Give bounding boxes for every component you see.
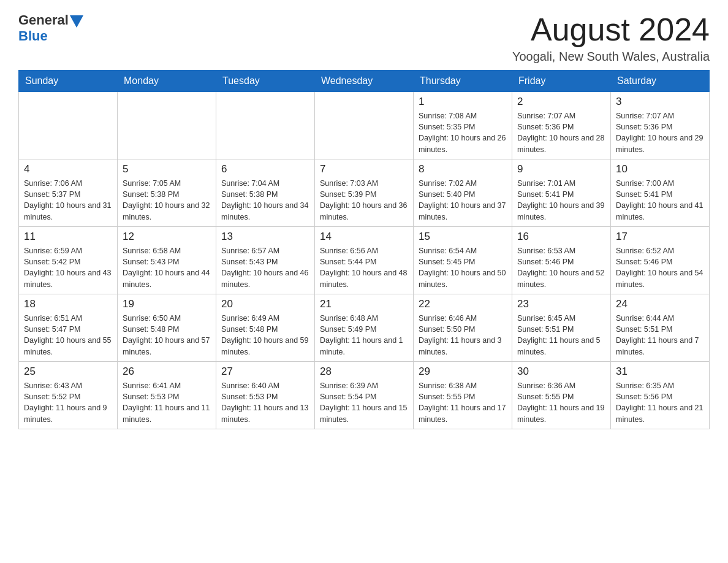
calendar-week-row: 4Sunrise: 7:06 AM Sunset: 5:37 PM Daylig… <box>19 159 710 227</box>
col-wednesday: Wednesday <box>315 71 414 92</box>
day-number: 6 <box>221 163 309 175</box>
day-number: 9 <box>517 163 605 175</box>
day-info: Sunrise: 6:35 AM Sunset: 5:56 PM Dayligh… <box>616 380 704 425</box>
day-info: Sunrise: 6:58 AM Sunset: 5:43 PM Dayligh… <box>123 245 211 290</box>
table-row <box>216 92 315 159</box>
col-friday: Friday <box>512 71 611 92</box>
day-info: Sunrise: 6:53 AM Sunset: 5:46 PM Dayligh… <box>517 245 605 290</box>
day-number: 25 <box>24 366 112 378</box>
table-row: 20Sunrise: 6:49 AM Sunset: 5:48 PM Dayli… <box>216 294 315 362</box>
day-number: 28 <box>320 366 408 378</box>
day-number: 8 <box>419 163 507 175</box>
table-row: 7Sunrise: 7:03 AM Sunset: 5:39 PM Daylig… <box>315 159 414 227</box>
day-info: Sunrise: 6:46 AM Sunset: 5:50 PM Dayligh… <box>419 313 507 358</box>
table-row: 12Sunrise: 6:58 AM Sunset: 5:43 PM Dayli… <box>118 227 216 294</box>
day-info: Sunrise: 6:40 AM Sunset: 5:53 PM Dayligh… <box>221 380 309 425</box>
table-row: 23Sunrise: 6:45 AM Sunset: 5:51 PM Dayli… <box>512 294 611 362</box>
day-number: 17 <box>616 231 704 243</box>
table-row: 29Sunrise: 6:38 AM Sunset: 5:55 PM Dayli… <box>414 362 512 429</box>
table-row: 22Sunrise: 6:46 AM Sunset: 5:50 PM Dayli… <box>414 294 512 362</box>
day-info: Sunrise: 6:54 AM Sunset: 5:45 PM Dayligh… <box>419 245 507 290</box>
day-number: 11 <box>24 231 112 243</box>
day-number: 30 <box>517 366 605 378</box>
calendar-week-row: 25Sunrise: 6:43 AM Sunset: 5:52 PM Dayli… <box>19 362 710 429</box>
table-row: 8Sunrise: 7:02 AM Sunset: 5:40 PM Daylig… <box>414 159 512 227</box>
day-number: 7 <box>320 163 408 175</box>
table-row: 18Sunrise: 6:51 AM Sunset: 5:47 PM Dayli… <box>19 294 118 362</box>
table-row <box>315 92 414 159</box>
day-number: 5 <box>123 163 211 175</box>
day-number: 10 <box>616 163 704 175</box>
table-row: 5Sunrise: 7:05 AM Sunset: 5:38 PM Daylig… <box>118 159 216 227</box>
day-info: Sunrise: 7:05 AM Sunset: 5:38 PM Dayligh… <box>123 178 211 223</box>
page-header: General Blue August 2024 Yoogali, New So… <box>18 12 710 64</box>
table-row: 24Sunrise: 6:44 AM Sunset: 5:51 PM Dayli… <box>611 294 710 362</box>
day-info: Sunrise: 6:51 AM Sunset: 5:47 PM Dayligh… <box>24 313 112 358</box>
day-info: Sunrise: 7:03 AM Sunset: 5:39 PM Dayligh… <box>320 178 408 223</box>
day-number: 26 <box>123 366 211 378</box>
table-row: 10Sunrise: 7:00 AM Sunset: 5:41 PM Dayli… <box>611 159 710 227</box>
day-number: 29 <box>419 366 507 378</box>
location-text: Yoogali, New South Wales, Australia <box>512 50 710 64</box>
day-info: Sunrise: 6:52 AM Sunset: 5:46 PM Dayligh… <box>616 245 704 290</box>
calendar-week-row: 11Sunrise: 6:59 AM Sunset: 5:42 PM Dayli… <box>19 227 710 294</box>
calendar-week-row: 1Sunrise: 7:08 AM Sunset: 5:35 PM Daylig… <box>19 92 710 159</box>
table-row: 6Sunrise: 7:04 AM Sunset: 5:38 PM Daylig… <box>216 159 315 227</box>
table-row: 31Sunrise: 6:35 AM Sunset: 5:56 PM Dayli… <box>611 362 710 429</box>
day-info: Sunrise: 7:04 AM Sunset: 5:38 PM Dayligh… <box>221 178 309 223</box>
table-row <box>19 92 118 159</box>
table-row: 16Sunrise: 6:53 AM Sunset: 5:46 PM Dayli… <box>512 227 611 294</box>
day-info: Sunrise: 7:02 AM Sunset: 5:40 PM Dayligh… <box>419 178 507 223</box>
day-number: 4 <box>24 163 112 175</box>
header-right: August 2024 Yoogali, New South Wales, Au… <box>512 12 710 64</box>
day-number: 15 <box>419 231 507 243</box>
day-number: 13 <box>221 231 309 243</box>
day-info: Sunrise: 6:45 AM Sunset: 5:51 PM Dayligh… <box>517 313 605 358</box>
table-row <box>118 92 216 159</box>
table-row: 15Sunrise: 6:54 AM Sunset: 5:45 PM Dayli… <box>414 227 512 294</box>
col-tuesday: Tuesday <box>216 71 315 92</box>
day-number: 12 <box>123 231 211 243</box>
logo-general-text: General <box>18 12 69 28</box>
day-info: Sunrise: 6:49 AM Sunset: 5:48 PM Dayligh… <box>221 313 309 358</box>
day-number: 23 <box>517 298 605 310</box>
table-row: 17Sunrise: 6:52 AM Sunset: 5:46 PM Dayli… <box>611 227 710 294</box>
col-monday: Monday <box>118 71 216 92</box>
day-info: Sunrise: 6:56 AM Sunset: 5:44 PM Dayligh… <box>320 245 408 290</box>
day-info: Sunrise: 6:48 AM Sunset: 5:49 PM Dayligh… <box>320 313 408 358</box>
table-row: 26Sunrise: 6:41 AM Sunset: 5:53 PM Dayli… <box>118 362 216 429</box>
calendar-table: Sunday Monday Tuesday Wednesday Thursday… <box>18 70 710 429</box>
day-info: Sunrise: 6:38 AM Sunset: 5:55 PM Dayligh… <box>419 380 507 425</box>
day-number: 1 <box>419 96 507 108</box>
day-number: 27 <box>221 366 309 378</box>
day-info: Sunrise: 6:36 AM Sunset: 5:55 PM Dayligh… <box>517 380 605 425</box>
table-row: 1Sunrise: 7:08 AM Sunset: 5:35 PM Daylig… <box>414 92 512 159</box>
day-number: 16 <box>517 231 605 243</box>
day-info: Sunrise: 7:01 AM Sunset: 5:41 PM Dayligh… <box>517 178 605 223</box>
day-info: Sunrise: 6:59 AM Sunset: 5:42 PM Dayligh… <box>24 245 112 290</box>
day-info: Sunrise: 6:57 AM Sunset: 5:43 PM Dayligh… <box>221 245 309 290</box>
day-number: 19 <box>123 298 211 310</box>
table-row: 28Sunrise: 6:39 AM Sunset: 5:54 PM Dayli… <box>315 362 414 429</box>
logo-blue-text: Blue <box>18 28 48 44</box>
table-row: 4Sunrise: 7:06 AM Sunset: 5:37 PM Daylig… <box>19 159 118 227</box>
day-number: 31 <box>616 366 704 378</box>
day-info: Sunrise: 7:07 AM Sunset: 5:36 PM Dayligh… <box>517 110 605 155</box>
col-sunday: Sunday <box>19 71 118 92</box>
day-number: 21 <box>320 298 408 310</box>
day-number: 2 <box>517 96 605 108</box>
day-info: Sunrise: 6:41 AM Sunset: 5:53 PM Dayligh… <box>123 380 211 425</box>
day-number: 3 <box>616 96 704 108</box>
table-row: 21Sunrise: 6:48 AM Sunset: 5:49 PM Dayli… <box>315 294 414 362</box>
table-row: 11Sunrise: 6:59 AM Sunset: 5:42 PM Dayli… <box>19 227 118 294</box>
day-number: 14 <box>320 231 408 243</box>
day-info: Sunrise: 6:43 AM Sunset: 5:52 PM Dayligh… <box>24 380 112 425</box>
day-number: 20 <box>221 298 309 310</box>
table-row: 9Sunrise: 7:01 AM Sunset: 5:41 PM Daylig… <box>512 159 611 227</box>
table-row: 2Sunrise: 7:07 AM Sunset: 5:36 PM Daylig… <box>512 92 611 159</box>
day-info: Sunrise: 6:50 AM Sunset: 5:48 PM Dayligh… <box>123 313 211 358</box>
calendar-header-row: Sunday Monday Tuesday Wednesday Thursday… <box>19 71 710 92</box>
day-number: 24 <box>616 298 704 310</box>
logo: General Blue <box>18 12 83 44</box>
col-saturday: Saturday <box>611 71 710 92</box>
